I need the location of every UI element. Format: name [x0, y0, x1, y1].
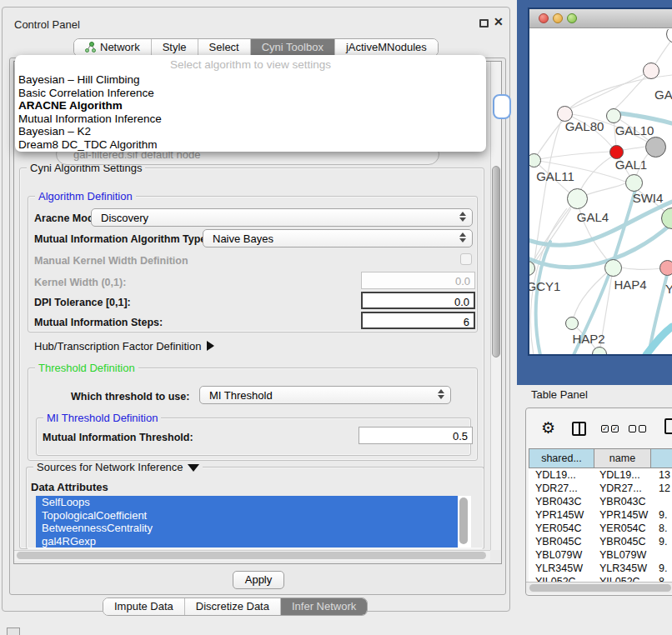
table-row[interactable]: YDL19...YDL19...13: [529, 468, 672, 482]
deselect-all-checkboxes-icon[interactable]: [629, 425, 646, 432]
list-item[interactable]: SelfLoops: [36, 496, 458, 509]
table-row[interactable]: YBR043CYBR043C: [529, 495, 672, 508]
node-label: SWI4: [633, 191, 664, 205]
collapse-arrow-icon: [207, 341, 214, 351]
threshold-definition-title: Threshold Definition: [35, 362, 138, 374]
node-pink-top[interactable]: [643, 62, 659, 79]
node-gal4[interactable]: [567, 188, 588, 209]
data-attributes-list[interactable]: SelfLoops TopologicalCoefficient Between…: [36, 496, 471, 548]
dropdown-item[interactable]: Bayesian – Hill Climbing: [15, 73, 486, 87]
mi-algorithm-type-label: Mutual Information Algorithm Type:: [34, 233, 209, 245]
node-label: HAP4: [614, 278, 646, 292]
columns-icon[interactable]: [572, 422, 586, 436]
tab-network-label: Network: [100, 39, 140, 56]
which-threshold-label: Which threshold to use:: [71, 391, 189, 402]
network-canvas[interactable]: GAL80 GAL10 GAL1 GAL11 SWI4 GAL4 GCY1 HA…: [529, 29, 672, 354]
float-panel-icon[interactable]: [479, 19, 489, 28]
table-body: YDL19...YDL19...13 YDR27...YDR27...12 YB…: [529, 468, 672, 593]
node-salmon[interactable]: [659, 260, 672, 276]
window-zoom-button[interactable]: [567, 13, 577, 23]
tab-impute-data[interactable]: Impute Data: [103, 598, 184, 615]
table-row[interactable]: YDR27...YDR27...12: [529, 482, 672, 495]
collapsed-panel-button[interactable]: [7, 628, 20, 635]
table-row[interactable]: YLR345WYLR345W9.: [529, 562, 672, 575]
aracne-mode-select[interactable]: Discovery: [91, 208, 473, 227]
vertical-scrollbar-thumb[interactable]: [492, 166, 500, 358]
table-row[interactable]: YER054CYER054C8.: [529, 522, 672, 535]
dpi-tolerance-label: DPI Tolerance [0,1]:: [34, 297, 131, 308]
table-horizontal-scrollbar[interactable]: [526, 582, 672, 593]
node-label: Y: [665, 282, 672, 296]
node-gal11[interactable]: [529, 153, 541, 168]
node-gal1[interactable]: [609, 145, 624, 159]
tab-cyni-toolbox[interactable]: Cyni Toolbox: [250, 39, 334, 56]
table-row[interactable]: YBR045CYBR045C9.: [529, 535, 672, 548]
node-swi4[interactable]: [625, 174, 643, 192]
node-label: GAL11: [536, 169, 574, 183]
tab-jactivemnodules[interactable]: jActiveMNodules: [334, 39, 438, 56]
table-hscrollbar-thumb[interactable]: [529, 584, 671, 592]
control-panel-tabs: Network Style Select Cyni Toolbox jActiv…: [73, 38, 439, 57]
tab-select[interactable]: Select: [198, 39, 250, 56]
apply-button[interactable]: Apply: [233, 571, 284, 589]
node-hap2[interactable]: [565, 317, 579, 330]
tab-discretize-data[interactable]: Discretize Data: [184, 598, 280, 615]
list-item[interactable]: TopologicalCoefficient: [36, 509, 458, 522]
column-header-cut[interactable]: [651, 448, 672, 468]
tab-infer-network[interactable]: Infer Network: [280, 598, 367, 615]
dropdown-item-selected[interactable]: ARACNE Algorithm: [15, 99, 486, 112]
node-label: GCY1: [529, 279, 560, 293]
node-gal10[interactable]: [606, 108, 621, 123]
dpi-tolerance-input[interactable]: 0.0: [361, 292, 475, 309]
mi-threshold-group-title: MI Threshold Definition: [43, 412, 161, 424]
window-close-button[interactable]: [539, 13, 549, 23]
node-label: GAL10: [615, 123, 654, 138]
table-header-row: shared... name: [529, 448, 672, 468]
node-label: HAP2: [572, 332, 604, 346]
document-icon[interactable]: [664, 418, 672, 434]
spinner-arrows-icon: [438, 389, 444, 399]
column-header-name[interactable]: name: [594, 448, 651, 468]
dropdown-item[interactable]: Mutual Information Inference: [15, 112, 486, 126]
list-item[interactable]: gal4RGexp: [36, 535, 458, 548]
sources-group-title[interactable]: Sources for Network Inference: [33, 461, 203, 473]
mi-steps-label: Mutual Information Steps:: [34, 317, 163, 328]
column-header-shared-name[interactable]: shared...: [529, 448, 594, 468]
manual-kernel-width-label: Manual Kernel Width Definition: [34, 255, 188, 267]
horizontal-scrollbar-thumb[interactable]: [17, 552, 486, 559]
tab-style[interactable]: Style: [151, 39, 198, 56]
kernel-width-input[interactable]: 0.0: [361, 272, 475, 289]
table-row[interactable]: YPR145WYPR145W9.: [529, 508, 672, 522]
tab-network[interactable]: Network: [74, 39, 151, 56]
algorithm-definition-title: Algorithm Definition: [35, 190, 136, 202]
spinner-arrows-icon: [459, 212, 466, 222]
network-window-titlebar[interactable]: [529, 9, 672, 28]
dropdown-item[interactable]: Dream8 DC_TDC Algorithm: [15, 138, 486, 152]
screen: Control Panel ✕ Network Style Select Cyn…: [0, 0, 672, 635]
mi-threshold-input[interactable]: 0.5: [359, 427, 473, 444]
list-scrollbar-thumb[interactable]: [459, 498, 468, 544]
table-panel-window: ⚙ ✓✓ shared... name YDL19...YDL19...13 Y…: [525, 408, 672, 596]
focused-combo-edge[interactable]: [493, 94, 511, 119]
table-row[interactable]: YBL079WYBL079W: [529, 548, 672, 562]
dropdown-item[interactable]: Bayesian – K2: [15, 125, 486, 138]
node-gray[interactable]: [645, 137, 666, 158]
window-minimize-button[interactable]: [553, 13, 563, 23]
mi-steps-input[interactable]: 6: [361, 312, 475, 329]
close-icon[interactable]: ✕: [494, 15, 504, 28]
gear-icon[interactable]: ⚙: [541, 420, 555, 436]
hub-definition-toggle[interactable]: Hub/Transcription Factor Definition: [34, 340, 214, 352]
list-item[interactable]: BetweennessCentrality: [36, 522, 458, 535]
network-view-window: GAL80 GAL10 GAL1 GAL11 SWI4 GAL4 GCY1 HA…: [528, 8, 672, 356]
mi-threshold-label: Mutual Information Threshold:: [43, 432, 193, 443]
which-threshold-select[interactable]: MI Threshold: [199, 386, 451, 404]
mi-algorithm-type-select[interactable]: Naive Bayes: [203, 229, 473, 248]
dropdown-item[interactable]: Basic Correlation Inference: [15, 87, 486, 100]
select-all-checkboxes-icon[interactable]: ✓✓: [601, 425, 619, 432]
kernel-width-label: Kernel Width (0,1):: [34, 277, 126, 288]
manual-kernel-width-checkbox[interactable]: [460, 253, 472, 265]
node-hap4[interactable]: [604, 259, 622, 277]
data-attributes-label: Data Attributes: [31, 481, 108, 493]
node-label: GAL4: [577, 210, 609, 224]
spinner-arrows-icon: [459, 232, 466, 242]
